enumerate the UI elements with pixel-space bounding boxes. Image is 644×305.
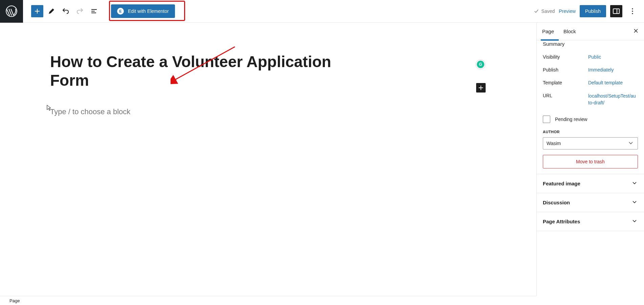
author-value: Wasim: [547, 141, 561, 146]
template-label: Template: [543, 80, 588, 85]
redo-button[interactable]: [74, 5, 86, 17]
elementor-icon: E: [117, 8, 124, 15]
edit-tool-icon[interactable]: [45, 5, 58, 17]
inline-add-block-button[interactable]: [476, 83, 486, 93]
more-options-button[interactable]: [626, 5, 639, 17]
preview-link[interactable]: Preview: [559, 8, 576, 14]
chevron-down-icon: [631, 218, 638, 226]
visibility-value[interactable]: Public: [588, 54, 601, 60]
svg-point-2: [632, 8, 633, 9]
wordpress-logo[interactable]: [0, 0, 23, 23]
chevron-down-icon: [631, 180, 638, 188]
svg-rect-1: [613, 9, 619, 14]
elementor-button-label: Edit with Elementor: [128, 8, 169, 14]
template-value[interactable]: Default template: [588, 80, 623, 85]
publish-value[interactable]: Immediately: [588, 67, 614, 73]
undo-button[interactable]: [60, 5, 72, 17]
document-overview-button[interactable]: [88, 5, 100, 17]
page-title-input[interactable]: How to Create a Volunteer Application Fo…: [50, 53, 368, 90]
breadcrumb[interactable]: Page: [9, 298, 20, 303]
svg-point-4: [632, 13, 633, 14]
sidebar-toggle-button[interactable]: [610, 5, 622, 17]
author-select[interactable]: Wasim: [543, 137, 638, 149]
url-value[interactable]: localhost/SetupTest/auto-draft/: [588, 93, 636, 106]
tab-page[interactable]: Page: [542, 23, 554, 40]
featured-image-section[interactable]: Featured image: [537, 174, 644, 193]
chevron-down-icon: [627, 140, 634, 147]
publish-button[interactable]: Publish: [580, 5, 606, 17]
tab-block[interactable]: Block: [563, 23, 576, 40]
check-icon: [533, 8, 539, 14]
block-placeholder[interactable]: Type / to choose a block: [50, 107, 536, 116]
edit-with-elementor-button[interactable]: E Edit with Elementor: [111, 4, 175, 18]
visibility-label: Visibility: [543, 54, 588, 60]
discussion-label: Discussion: [543, 200, 570, 205]
pending-review-label: Pending review: [555, 117, 587, 122]
saved-status: Saved: [533, 8, 555, 14]
featured-image-label: Featured image: [543, 181, 580, 186]
author-label: AUTHOR: [543, 130, 638, 134]
cursor-icon: [47, 105, 51, 112]
saved-label: Saved: [541, 8, 555, 14]
svg-point-3: [632, 11, 633, 12]
chevron-down-icon: [631, 199, 638, 207]
page-attributes-section[interactable]: Page Attributes: [537, 212, 644, 231]
add-block-button[interactable]: [31, 5, 43, 17]
publish-label: Publish: [543, 67, 588, 73]
close-sidebar-button[interactable]: [632, 27, 639, 36]
url-label: URL: [543, 93, 588, 106]
page-attributes-label: Page Attributes: [543, 219, 580, 224]
summary-section-title: Summary: [543, 41, 638, 47]
grammarly-icon[interactable]: G: [475, 59, 486, 69]
move-to-trash-button[interactable]: Move to trash: [543, 155, 638, 168]
pending-review-checkbox[interactable]: [543, 116, 550, 123]
discussion-section[interactable]: Discussion: [537, 193, 644, 212]
